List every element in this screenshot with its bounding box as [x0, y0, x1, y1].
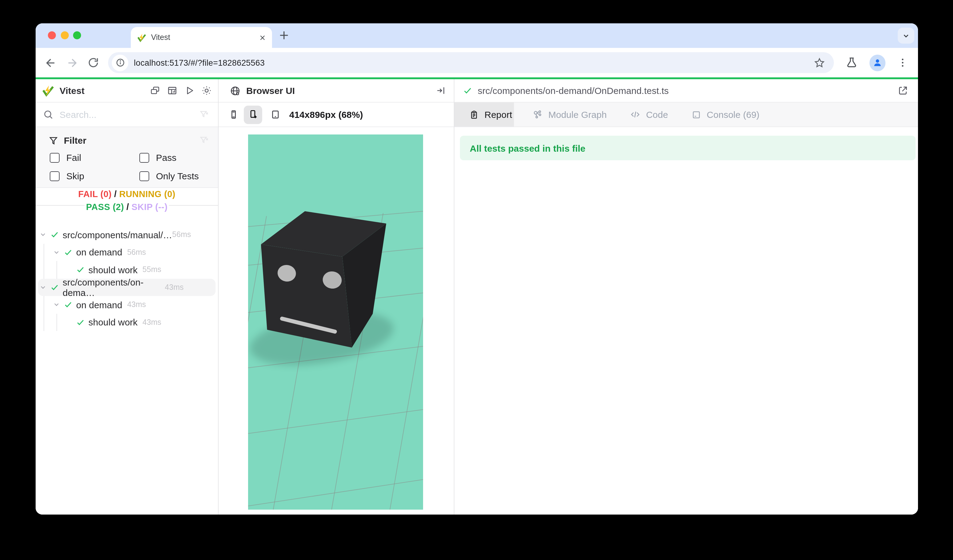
browser-ui-header: Browser UI [219, 79, 454, 102]
code-icon [630, 109, 641, 120]
chevron-down-icon[interactable] [53, 249, 60, 256]
tree-test-row[interactable]: should work 55ms [38, 261, 216, 278]
test-file-name: src/components/on-dema… [63, 277, 165, 298]
pass-check-icon [76, 318, 85, 327]
file-path: src/components/on-demand/OnDemand.test.t… [478, 85, 669, 96]
theme-sun-icon[interactable] [202, 85, 212, 96]
dock-right-icon[interactable] [435, 85, 446, 96]
external-link-icon[interactable] [898, 85, 908, 96]
tree-test-row[interactable]: should work 43ms [38, 313, 216, 331]
search-row [36, 102, 218, 127]
checkbox-label: Pass [156, 152, 177, 163]
tab-module-graph[interactable]: Module Graph [532, 102, 607, 127]
tab-console[interactable]: Console (69) [691, 102, 760, 127]
module-graph-icon [532, 109, 543, 120]
banner-text: All tests passed in this file [470, 143, 585, 153]
vitest-favicon-icon [137, 33, 146, 42]
tab-report[interactable]: Report [455, 102, 514, 127]
flask-icon[interactable] [845, 56, 858, 69]
panel-title: Browser UI [246, 85, 295, 96]
forward-icon[interactable] [66, 56, 79, 69]
window-controls [48, 31, 81, 39]
filter-title: Filter [64, 135, 86, 146]
checkbox[interactable] [50, 171, 60, 181]
test-name: should work [88, 265, 138, 275]
device-toolbar: 414x896px (68%) [219, 102, 454, 127]
search-input[interactable] [58, 109, 199, 120]
test-file-name: src/components/manual/… [63, 230, 172, 240]
menu-dots-icon[interactable] [897, 57, 908, 68]
tab-search-chevron-button[interactable] [898, 28, 914, 43]
tree-file-row-selected[interactable]: src/components/on-dema… 43ms [38, 278, 216, 296]
browser-ui-panel: Browser UI 414x896px (68%) [219, 79, 455, 515]
back-icon[interactable] [44, 56, 57, 69]
filter-clear-icon[interactable] [199, 135, 210, 146]
pass-check-icon [463, 86, 472, 95]
duration: 55ms [143, 265, 161, 274]
reload-icon[interactable] [87, 56, 99, 69]
indent-guide [43, 296, 44, 331]
suite-name: on demand [76, 299, 122, 310]
windows-stack-icon[interactable] [150, 85, 160, 96]
tree-suite-row[interactable]: on demand 56ms [38, 244, 216, 261]
duration: 43ms [165, 283, 183, 292]
browser-preview-canvas[interactable] [248, 135, 423, 510]
tab-code[interactable]: Code [630, 102, 668, 127]
bookmark-star-icon[interactable] [813, 57, 825, 68]
filter-panel: Filter Fail Pass Skip [36, 127, 218, 188]
search-clear-filter-icon[interactable] [199, 109, 210, 120]
maximize-window-button[interactable] [73, 31, 81, 39]
tab-label: Console (69) [707, 109, 760, 120]
preview-area [219, 128, 454, 515]
tab-strip: Vitest [36, 23, 918, 48]
browser-tab-vitest[interactable]: Vitest [131, 27, 272, 48]
chevron-down-icon[interactable] [53, 301, 60, 309]
url-text[interactable]: localhost:5173/#/?file=1828625563 [134, 58, 813, 67]
pass-count: PASS (2) [85, 202, 125, 212]
suite-name: on demand [76, 247, 122, 258]
browser-window: Vitest [36, 23, 918, 515]
close-tab-icon[interactable] [259, 34, 266, 41]
close-window-button[interactable] [48, 31, 56, 39]
duration: 56ms [172, 231, 191, 239]
checkbox-label: Fail [66, 152, 81, 163]
tree-file-row[interactable]: src/components/manual/… 56ms [38, 226, 216, 244]
report-content: All tests passed in this file [455, 128, 918, 515]
url-bar[interactable]: localhost:5173/#/?file=1828625563 [108, 52, 833, 73]
chevron-down-icon[interactable] [39, 284, 47, 291]
checkbox[interactable] [140, 153, 149, 163]
tab-label: Report [484, 109, 512, 120]
duration: 43ms [143, 318, 161, 327]
tablet-icon[interactable] [270, 109, 281, 120]
new-tab-button[interactable] [278, 29, 290, 41]
vitest-app: Vitest [36, 79, 918, 515]
site-info-icon[interactable] [112, 54, 128, 71]
vitest-logo-icon [42, 84, 54, 97]
tree-suite-row[interactable]: on demand 43ms [38, 296, 216, 313]
app-title: Vitest [60, 85, 84, 96]
report-tabs: Report Module Graph [455, 102, 918, 127]
profile-avatar[interactable] [869, 54, 885, 71]
checkbox[interactable] [50, 153, 60, 163]
file-path-header: src/components/on-demand/OnDemand.test.t… [455, 79, 918, 102]
phone-plus-button[interactable] [244, 105, 262, 124]
test-tree: src/components/manual/… 56ms on demand 5… [36, 226, 218, 331]
filter-checkbox-pass[interactable]: Pass [133, 152, 177, 163]
chevron-down-icon[interactable] [39, 231, 47, 239]
dashboard-icon[interactable] [167, 85, 177, 96]
run-all-play-icon[interactable] [184, 85, 195, 96]
checkbox[interactable] [140, 171, 149, 181]
minimize-window-button[interactable] [61, 31, 68, 39]
filter-checkbox-skip[interactable]: Skip [43, 171, 84, 181]
duration: 56ms [127, 248, 146, 257]
filter-checkbox-only-tests[interactable]: Only Tests [133, 171, 199, 181]
indent-guide [56, 261, 57, 278]
phone-icon[interactable] [228, 109, 239, 120]
filter-checkbox-fail[interactable]: Fail [43, 152, 81, 163]
pass-check-icon [50, 283, 59, 292]
fail-count: FAIL (0) [77, 189, 113, 199]
browser-toolbar: localhost:5173/#/?file=1828625563 [36, 48, 918, 78]
all-tests-passed-banner: All tests passed in this file [460, 136, 916, 160]
pass-check-icon [50, 231, 59, 239]
tab-label: Code [646, 109, 668, 120]
